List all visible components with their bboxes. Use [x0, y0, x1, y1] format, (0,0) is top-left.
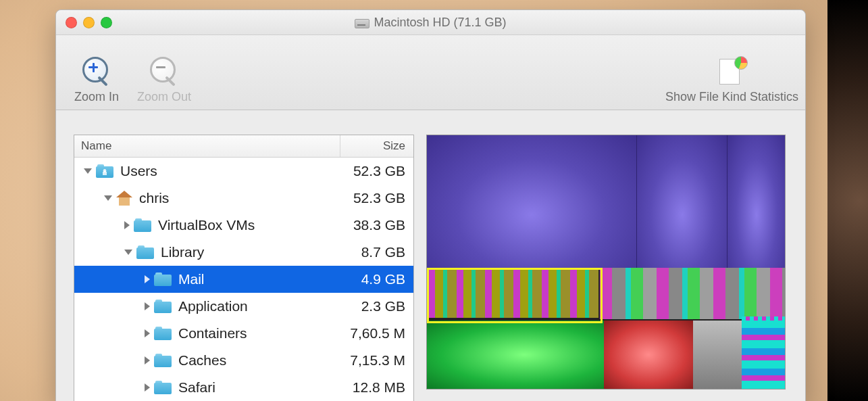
titlebar[interactable]: Macintosh HD (71.1 GB) [56, 10, 805, 35]
app-window: Macintosh HD (71.1 GB) Zoom In Zoom Out [55, 9, 806, 401]
tree-row-label: Library [161, 244, 204, 260]
disclosure-closed-icon[interactable] [145, 383, 150, 392]
folder-icon [136, 245, 154, 259]
file-tree[interactable]: Name Size Users52.3 GBchris52.3 GBVirtua… [74, 135, 414, 401]
treemap-selection-outline [427, 268, 603, 323]
treemap-block-library-misc[interactable] [600, 268, 785, 319]
tree-row-library[interactable]: Library8.7 GB [74, 239, 413, 266]
column-header-size[interactable]: Size [340, 135, 413, 157]
content-area: Name Size Users52.3 GBchris52.3 GBVirtua… [56, 135, 805, 401]
tree-row-mail[interactable]: Mail4.9 GB [74, 266, 413, 293]
disclosure-open-icon[interactable] [104, 195, 112, 201]
tree-row-size: 2.3 GB [324, 298, 413, 314]
drive-icon [355, 16, 368, 28]
treemap-block-cyan[interactable] [742, 321, 785, 389]
folder-icon [154, 273, 172, 286]
magnifier-plus-icon [81, 56, 112, 87]
tree-row-virtualbox-vms[interactable]: VirtualBox VMs38.3 GB [74, 212, 413, 239]
treemap-block-virtualbox-3[interactable] [727, 135, 786, 268]
disclosure-open-icon[interactable] [124, 250, 132, 255]
tree-row-size: 8.7 GB [324, 244, 413, 260]
tree-row-caches[interactable]: Caches7,15.3 M [74, 347, 413, 374]
tree-row-containers[interactable]: Containers7,60.5 M [74, 320, 413, 347]
tree-row-size: 7,15.3 M [324, 352, 413, 369]
tree-row-size: 7,60.5 M [324, 325, 413, 341]
tree-row-label: Application [178, 298, 248, 314]
treemap-block-red[interactable] [604, 321, 693, 389]
tree-row-size: 38.3 GB [324, 217, 413, 233]
zoom-out-label: Zoom Out [137, 90, 191, 104]
statistics-icon [715, 56, 748, 87]
disclosure-closed-icon[interactable] [145, 275, 150, 283]
folder-icon [154, 300, 172, 313]
tree-row-label: Mail [178, 271, 205, 287]
tree-row-label: Containers [178, 325, 247, 341]
zoom-out-button[interactable]: Zoom Out [130, 56, 198, 104]
tree-row-users[interactable]: Users52.3 GB [74, 158, 413, 185]
zoom-in-label: Zoom In [74, 90, 119, 104]
tree-row-safari[interactable]: Safari12.8 MB [74, 374, 413, 401]
tree-row-label: VirtualBox VMs [158, 217, 255, 233]
tree-row-size: 4.9 GB [324, 271, 413, 287]
window-title: Macintosh HD (71.1 GB) [374, 16, 506, 30]
close-button[interactable] [66, 17, 77, 28]
zoom-in-button[interactable]: Zoom In [63, 56, 130, 104]
tree-row-size: 12.8 MB [324, 379, 413, 396]
statistics-label: Show File Kind Statistics [665, 90, 798, 104]
home-icon [116, 191, 132, 206]
tree-row-size: 52.3 GB [324, 190, 413, 206]
folder-icon [154, 354, 172, 367]
disclosure-open-icon[interactable] [84, 168, 92, 174]
treemap-canvas[interactable] [426, 135, 786, 390]
disclosure-closed-icon[interactable] [145, 302, 150, 310]
treemap-panel[interactable] [426, 135, 798, 401]
tree-row-label: Safari [178, 379, 215, 396]
toolbar: Zoom In Zoom Out Show File Kind Statisti… [56, 35, 805, 110]
disclosure-closed-icon[interactable] [145, 329, 150, 337]
disclosure-closed-icon[interactable] [145, 356, 150, 364]
tree-row-application[interactable]: Application2.3 GB [74, 293, 413, 320]
maximize-button[interactable] [101, 17, 112, 28]
treemap-block-green[interactable] [427, 321, 604, 389]
disclosure-closed-icon[interactable] [124, 221, 130, 229]
tree-row-label: Users [120, 163, 157, 179]
folder-icon [134, 218, 151, 232]
magnifier-minus-icon [149, 56, 180, 87]
folder-icon [96, 164, 113, 178]
treemap-block-grey[interactable] [693, 321, 742, 389]
tree-row-chris[interactable]: chris52.3 GB [74, 185, 413, 212]
column-header-name[interactable]: Name [74, 135, 340, 157]
tree-row-label: Caches [178, 352, 226, 369]
treemap-block-virtualbox-2[interactable] [636, 135, 727, 268]
minimize-button[interactable] [83, 17, 95, 28]
treemap-block-virtualbox-1[interactable] [427, 135, 636, 268]
tree-row-size: 52.3 GB [324, 163, 413, 179]
folder-icon [154, 327, 172, 340]
statistics-button[interactable]: Show File Kind Statistics [665, 56, 798, 104]
folder-icon [154, 381, 172, 394]
tree-row-label: chris [139, 190, 169, 206]
